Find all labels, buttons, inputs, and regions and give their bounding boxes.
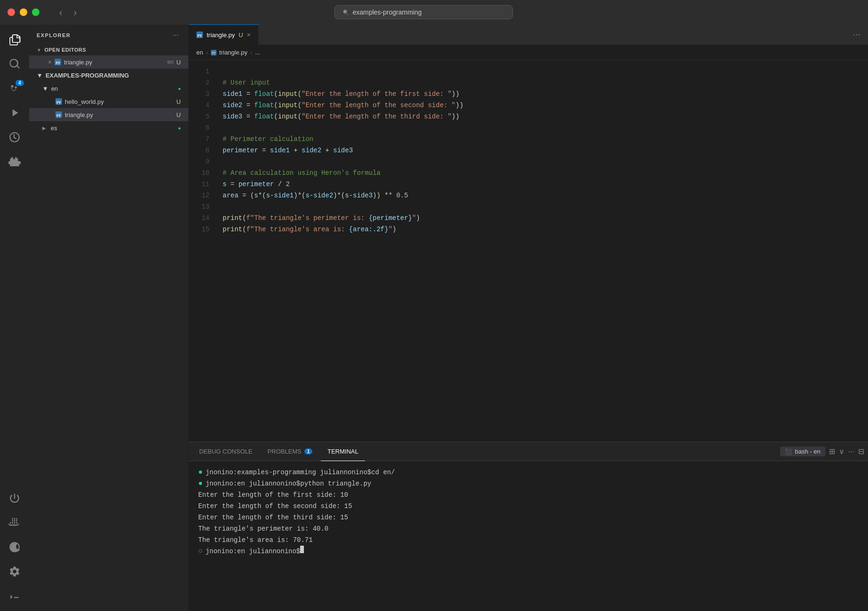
code-editor: 1 2 3 4 5 6 7 8 9 10 11 12 13 14 15 # Us… [189,60,868,442]
title-bar: ‹ › examples-programming [0,0,868,24]
sidebar-title: EXPLORER [37,32,71,38]
code-line-5 [223,124,226,132]
sidebar-more-button[interactable]: ··· [171,30,181,40]
line-num-7: 7 [189,133,209,145]
folder-en[interactable]: ▼ en ● [29,82,188,95]
folder-en-chevron: ▼ [42,85,48,92]
panel-more-icon[interactable]: ··· [848,447,854,456]
activity-item-search[interactable] [3,53,26,75]
folder-es-dot: ● [178,125,181,131]
maximize-button[interactable] [32,8,39,16]
open-editor-filename: triangle.py [64,59,164,66]
terminal-output-5: The triangle's area is: 70.71 [198,534,313,546]
close-editor-icon[interactable]: × [48,58,52,66]
split-view-icon[interactable]: ⊟ [858,447,864,456]
filename-triangle: triangle.py [65,111,174,118]
terminal-output-3: Enter the length of the third side: 15 [198,512,348,523]
minimize-button[interactable] [20,8,27,16]
folder-es-name: es [51,125,57,132]
line-num-10: 10 [189,167,209,179]
extensions-icon [8,156,21,168]
tab-problems-label: PROBLEMS [267,448,301,455]
terminal-cmd-1: cd en/ [371,467,395,478]
tab-triangle[interactable]: py triangle.py U × [189,24,259,45]
code-line-15 [223,237,226,244]
terminal-content[interactable]: ● jnonino:examples-programming juliannon… [189,461,868,611]
search-bar[interactable]: examples-programming [334,5,513,19]
terminal-dot-2: ● [198,478,203,489]
open-editors-section[interactable]: ▼ OPEN EDITORS [29,44,188,55]
file-triangle[interactable]: py triangle.py U [29,108,188,121]
activity-item-testing[interactable] [3,487,26,509]
code-line-10: s = perimeter / 2 [223,180,290,188]
activity-item-remote[interactable] [3,126,26,149]
open-editor-lang: en [167,59,173,65]
terminal-prompt-1: jnonino:examples-programming juliannonin… [206,467,372,478]
code-content[interactable]: # User input side1 = float(input("Enter … [215,60,868,442]
activity-item-extensions[interactable] [3,150,26,173]
tab-file-icon: py [196,31,203,38]
search-text: examples-programming [353,8,422,16]
python-file-icon: py [54,59,61,65]
filename-hello-world: hello_world.py [65,98,174,105]
code-line-3: side2 = float(input("Enter the length of… [223,102,464,109]
activity-item-run-debug[interactable] [3,102,26,124]
folder-en-name: en [51,85,58,92]
terminal-panel: DEBUG CONSOLE PROBLEMS 1 TERMINAL ⬛ bash… [189,442,868,611]
breadcrumb-filename[interactable]: triangle.py [219,49,248,56]
line-num-5: 5 [189,111,209,122]
back-button[interactable]: ‹ [55,5,66,20]
title-bar-left: ‹ › [8,5,80,20]
close-button[interactable] [8,8,15,16]
breadcrumb-en[interactable]: en [196,49,203,56]
terminal-line-7: The triangle's area is: 70.71 [198,534,859,546]
line-num-11: 11 [189,179,209,190]
activity-bar: 4 [0,24,29,611]
activity-item-explorer[interactable] [3,28,26,51]
activity-item-docker[interactable] [3,511,26,534]
tab-terminal[interactable]: TERMINAL [321,442,365,461]
tab-problems[interactable]: PROBLEMS 1 [261,442,319,461]
terminal-line-6: The triangle's perimeter is: 40.0 [198,523,859,534]
terminal-line-5: Enter the length of the third side: 15 [198,512,859,523]
file-hello-world[interactable]: py hello_world.py U [29,95,188,108]
breadcrumb-file-icon: py [211,50,217,55]
folder-es[interactable]: ▶ es ● [29,121,188,134]
line-num-12: 12 [189,190,209,201]
terminal-more-icon[interactable]: ∨ [839,447,845,456]
tab-terminal-label: TERMINAL [327,448,358,455]
forward-button[interactable]: › [70,5,81,20]
terminal-dot-8: ○ [198,546,203,557]
bash-label-text: bash - en [795,448,820,455]
activity-item-edge[interactable] [3,536,26,558]
file-badge-triangle: U [177,111,181,118]
terminal-cursor [300,546,304,553]
terminal-output-4: The triangle's perimeter is: 40.0 [198,523,328,534]
open-editor-item-triangle[interactable]: × py triangle.py en U [29,55,188,69]
main-layout: 4 [0,24,868,611]
activity-item-source-control[interactable]: 4 [3,77,26,100]
title-bar-center: examples-programming [334,5,513,19]
split-terminal-icon[interactable]: ⊞ [829,447,835,456]
sidebar-actions: ··· [171,30,181,40]
code-line-6: # Perimeter calculation [223,135,313,143]
activity-item-settings[interactable] [3,560,26,583]
search-icon [342,9,349,16]
activity-item-terminal-nav[interactable] [3,585,26,607]
code-line-9: # Area calculation using Heron's formula [223,169,380,177]
line-num-8: 8 [189,145,209,156]
search-sidebar-icon [8,58,21,70]
tab-close[interactable]: × [247,31,250,39]
tab-debug-console[interactable]: DEBUG CONSOLE [193,442,259,461]
file-badge-hello-world: U [177,98,181,105]
line-num-14: 14 [189,212,209,224]
tab-right-actions[interactable]: ⋯ [853,30,868,39]
line-numbers: 1 2 3 4 5 6 7 8 9 10 11 12 13 14 15 [189,60,215,442]
tab-filename: triangle.py [207,31,235,39]
line-num-6: 6 [189,122,209,133]
terminal-output-1: Enter the length of the first side: 10 [198,489,348,501]
project-folder[interactable]: ▼ EXAMPLES-PROGRAMMING [29,69,188,82]
terminal-prompt-2: jnonino:en juliannonino$ [206,478,301,489]
sidebar-header: EXPLORER ··· [29,24,188,44]
terminal-dot-1: ● [198,467,203,478]
